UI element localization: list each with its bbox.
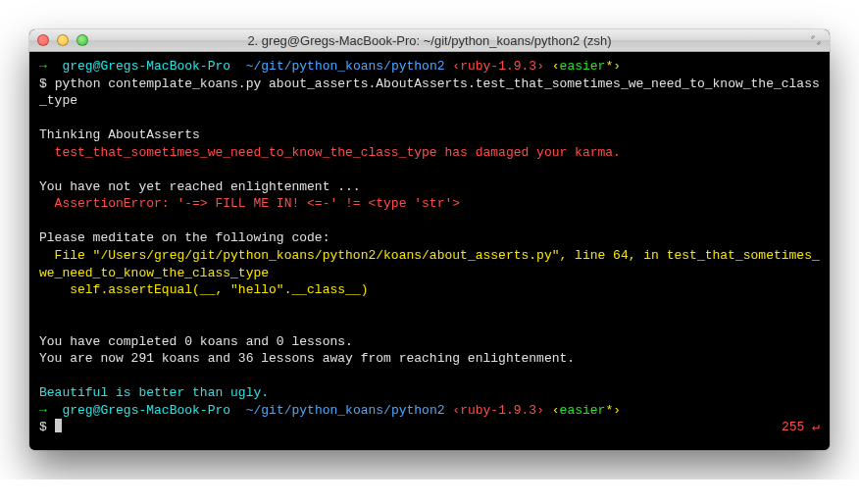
assertion-error: AssertionError: '-=> FILL ME IN! <=-' !=… (39, 196, 460, 211)
traffic-lights (37, 34, 88, 46)
rvm2-version: ruby-1.9.3 (460, 403, 536, 418)
minimize-icon[interactable] (57, 34, 69, 46)
completed-line: You have completed 0 koans and 0 lessons… (39, 334, 353, 349)
close-icon[interactable] (37, 34, 49, 46)
prompt2-path: ~/git/python_koans/python2 (246, 403, 445, 418)
meditate-line: Please meditate on the following code: (39, 230, 329, 245)
rvm2-close: › (536, 403, 544, 418)
maximize-icon[interactable] (810, 34, 822, 46)
prompt2-host: greg@Gregs-MacBook-Pro (62, 403, 230, 418)
rvm-open: ‹ (452, 59, 460, 74)
zen-line: Beautiful is better than ugly. (39, 385, 269, 400)
zoom-icon[interactable] (76, 34, 88, 46)
prompt-host: greg@Gregs-MacBook-Pro (62, 59, 230, 74)
remaining-line: You are now 291 koans and 36 lessons awa… (39, 351, 575, 366)
karma-test: test_that_sometimes_we_need_to_know_the_… (39, 145, 437, 160)
command-1: python contemplate_koans.py about_assert… (39, 76, 820, 109)
cursor (55, 419, 62, 432)
prompt-path: ~/git/python_koans/python2 (246, 59, 445, 74)
rvm-version: ruby-1.9.3 (460, 59, 536, 74)
thinking-line: Thinking AboutAsserts (39, 127, 200, 142)
prompt2-arrow: → (39, 403, 47, 418)
rvm-close: › (536, 59, 544, 74)
terminal-body[interactable]: → greg@Gregs-MacBook-Pro ~/git/python_ko… (29, 52, 830, 450)
rvm2-open: ‹ (452, 403, 460, 418)
code-line: self.assertEqual(__, "hello".__class__) (39, 282, 368, 297)
titlebar[interactable]: 2. greg@Gregs-MacBook-Pro: ~/git/python_… (29, 29, 830, 52)
window-title: 2. greg@Gregs-MacBook-Pro: ~/git/python_… (29, 33, 830, 48)
git-branch: easier (560, 59, 606, 74)
not-enlightened: You have not yet reached enlightenment .… (39, 179, 361, 194)
return-icon: ↵ (812, 420, 820, 434)
file-line: File "/Users/greg/git/python_koans/pytho… (39, 248, 820, 280)
git2-open: ‹ (552, 403, 560, 418)
git2-close: › (613, 403, 621, 418)
git-open: ‹ (552, 59, 560, 74)
karma-msg: has damaged your karma. (437, 145, 621, 160)
exit-code: 255 (782, 420, 804, 434)
prompt-arrow: → (39, 59, 47, 74)
terminal-window: 2. greg@Gregs-MacBook-Pro: ~/git/python_… (29, 29, 830, 450)
ps1: $ (39, 76, 47, 91)
ps1-2: $ (39, 420, 47, 434)
git2-branch: easier (560, 403, 606, 418)
git-close: › (613, 59, 621, 74)
